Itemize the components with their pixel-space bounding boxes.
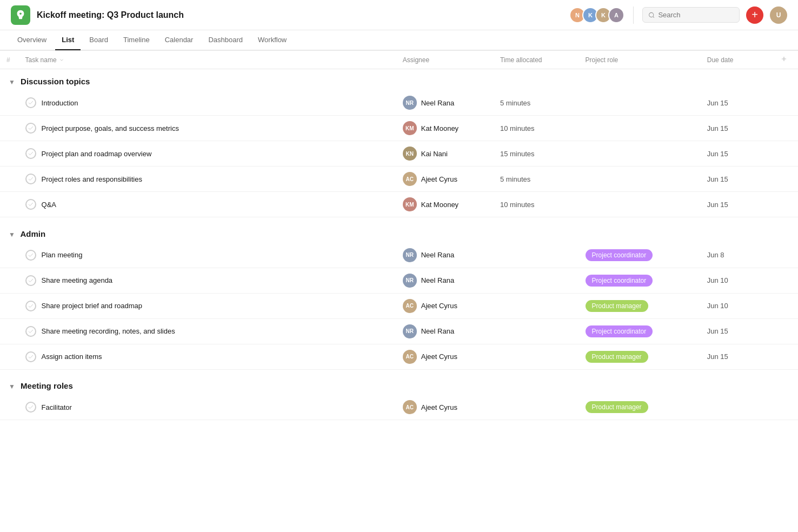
search-input[interactable]	[658, 11, 734, 19]
date-cell: Jun 15	[701, 90, 774, 116]
task-check-icon[interactable]	[25, 301, 36, 311]
current-user-avatar[interactable]: U	[770, 6, 787, 24]
table-row: Project purpose, goals, and success metr…	[0, 116, 798, 141]
check-svg	[28, 201, 34, 208]
row-num-cell	[0, 344, 19, 369]
role-cell: Project coordinator	[579, 243, 701, 268]
divider	[633, 6, 634, 24]
role-cell: Project coordinator	[579, 318, 701, 344]
add-col-cell	[774, 243, 798, 268]
date-cell: Jun 15	[701, 167, 774, 192]
task-check-icon[interactable]	[25, 199, 36, 210]
check-svg	[28, 354, 34, 360]
col-add[interactable]	[774, 51, 798, 69]
task-check-icon[interactable]	[25, 123, 36, 134]
table-row: Q&A KM Kat Mooney 10 minutes Jun 15	[0, 192, 798, 217]
tab-calendar[interactable]: Calendar	[158, 30, 200, 50]
task-check-icon[interactable]	[25, 275, 36, 286]
time-cell	[494, 268, 579, 293]
assignee-avatar: AC	[403, 400, 417, 414]
check-svg	[28, 176, 34, 182]
tab-overview[interactable]: Overview	[11, 30, 53, 50]
role-badge[interactable]: Project coordinator	[586, 249, 653, 261]
time-cell: 10 minutes	[494, 116, 579, 141]
row-num-cell	[0, 395, 19, 420]
task-name-label: Facilitator	[42, 403, 72, 411]
date-cell	[701, 395, 774, 420]
row-num-cell	[0, 141, 19, 167]
search-box[interactable]	[642, 7, 740, 23]
task-check-icon[interactable]	[25, 250, 36, 261]
date-cell: Jun 15	[701, 192, 774, 217]
role-cell	[579, 90, 701, 116]
date-cell: Jun 10	[701, 268, 774, 293]
assignee-avatar: AC	[403, 172, 417, 186]
time-cell	[494, 243, 579, 268]
assignee-name: Kai Nani	[421, 150, 448, 158]
chevron-icon[interactable]: ▼	[9, 383, 15, 390]
task-cell: Project roles and responsibilities	[19, 167, 396, 192]
task-cell: Introduction	[19, 90, 396, 116]
add-button[interactable]: +	[746, 6, 763, 24]
col-role: Project role	[579, 51, 701, 69]
chevron-icon[interactable]: ▼	[9, 231, 15, 238]
collaborators-avatars[interactable]: N K K A	[569, 7, 624, 23]
nav-tabs: Overview List Board Timeline Calendar Da…	[0, 30, 798, 50]
task-name-label: Project plan and roadmap overview	[42, 150, 152, 158]
avatar-4[interactable]: A	[608, 7, 624, 23]
assignee-name: Ajeet Cyrus	[421, 353, 457, 361]
assignee-name: Neel Rana	[421, 276, 454, 284]
task-check-icon[interactable]	[25, 97, 36, 108]
assignee-cell: NR Neel Rana	[396, 318, 494, 344]
task-name-label: Share meeting recording, notes, and slid…	[42, 327, 175, 335]
tab-board[interactable]: Board	[83, 30, 115, 50]
task-check-icon[interactable]	[25, 351, 36, 362]
task-name-label: Introduction	[42, 99, 78, 107]
add-col-cell	[774, 293, 798, 318]
assignee-name: Neel Rana	[421, 251, 454, 259]
tab-list[interactable]: List	[55, 30, 81, 50]
role-badge[interactable]: Product manager	[586, 401, 648, 413]
check-svg	[28, 328, 34, 335]
task-check-icon[interactable]	[25, 148, 36, 159]
add-col-cell	[774, 141, 798, 167]
assignee-name: Neel Rana	[421, 99, 454, 107]
check-svg	[28, 303, 34, 309]
row-num-cell	[0, 293, 19, 318]
role-badge[interactable]: Project coordinator	[586, 325, 653, 337]
role-badge[interactable]: Product manager	[586, 300, 648, 312]
col-hash: #	[0, 51, 19, 69]
table-row: Share project brief and roadmap AC Ajeet…	[0, 293, 798, 318]
task-check-icon[interactable]	[25, 326, 36, 337]
time-cell: 5 minutes	[494, 167, 579, 192]
check-svg	[28, 404, 34, 410]
task-cell: Facilitator	[19, 395, 396, 420]
add-col-cell	[774, 344, 798, 369]
add-col-cell	[774, 318, 798, 344]
task-cell: Plan meeting	[19, 243, 396, 268]
role-badge[interactable]: Project coordinator	[586, 275, 653, 287]
role-cell	[579, 141, 701, 167]
row-num-cell	[0, 192, 19, 217]
tab-dashboard[interactable]: Dashboard	[202, 30, 249, 50]
tab-timeline[interactable]: Timeline	[117, 30, 156, 50]
role-badge[interactable]: Product manager	[586, 351, 648, 363]
assignee-cell: KM Kat Mooney	[396, 192, 494, 217]
task-name-label: Share meeting agenda	[42, 276, 113, 284]
chevron-icon[interactable]: ▼	[9, 78, 15, 86]
task-col-filter[interactable]: Task name	[25, 56, 64, 64]
section-label: Discussion topics	[21, 77, 90, 86]
time-cell: 5 minutes	[494, 90, 579, 116]
tab-workflow[interactable]: Workflow	[251, 30, 293, 50]
task-table: # Task name Assignee Time allocated Proj…	[0, 50, 798, 420]
task-check-icon[interactable]	[25, 174, 36, 184]
task-cell: Share project brief and roadmap	[19, 293, 396, 318]
task-name-label: Share project brief and roadmap	[42, 302, 142, 310]
main-table-container: # Task name Assignee Time allocated Proj…	[0, 50, 798, 420]
filter-icon	[59, 57, 64, 63]
add-col-cell	[774, 395, 798, 420]
time-cell	[494, 318, 579, 344]
task-cell: Project plan and roadmap overview	[19, 141, 396, 167]
task-check-icon[interactable]	[25, 402, 36, 413]
task-name-label: Plan meeting	[42, 251, 83, 259]
